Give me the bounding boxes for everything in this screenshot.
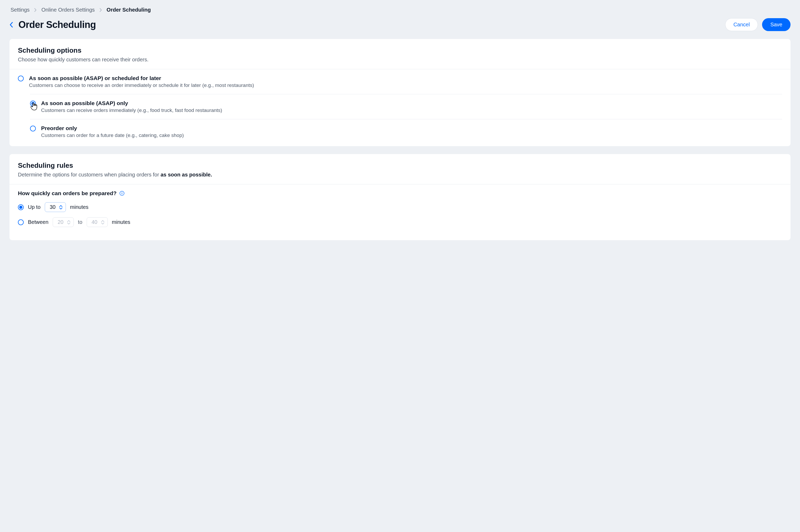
radio-button[interactable]: [18, 76, 24, 81]
scheduling-options-subtitle: Choose how quickly customers can receive…: [18, 57, 782, 63]
prep-option-upto[interactable]: Up to 30 minutes: [18, 202, 782, 212]
option-desc: Customers can choose to receive an order…: [29, 82, 254, 88]
cancel-button[interactable]: Cancel: [725, 18, 758, 31]
prep-between-after-label: minutes: [112, 219, 130, 225]
option-desc: Customers can order for a future date (e…: [41, 132, 184, 138]
chevron-right-icon: [99, 8, 102, 12]
prep-between-to-input[interactable]: 40: [87, 217, 108, 227]
prep-time-question: How quickly can orders be prepared?: [18, 190, 117, 196]
scheduling-option-preorder-only[interactable]: Preorder only Customers can order for a …: [30, 119, 782, 144]
stepper-icon[interactable]: [59, 205, 62, 209]
radio-button[interactable]: [30, 101, 36, 107]
svg-point-1: [121, 192, 122, 192]
page-title: Order Scheduling: [18, 19, 96, 30]
option-title: As soon as possible (ASAP) only: [41, 100, 222, 107]
info-icon[interactable]: [119, 191, 125, 196]
scheduling-option-asap-or-later[interactable]: As soon as possible (ASAP) or scheduled …: [18, 69, 782, 94]
radio-button[interactable]: [18, 204, 24, 210]
svg-rect-2: [122, 193, 122, 195]
stepper-icon[interactable]: [101, 220, 104, 224]
radio-button[interactable]: [18, 220, 24, 225]
breadcrumb: Settings Online Orders Settings Order Sc…: [9, 7, 791, 13]
prep-upto-before-label: Up to: [28, 204, 41, 210]
scheduling-rules-card: Scheduling rules Determine the options f…: [9, 154, 791, 240]
input-value: 20: [57, 219, 64, 225]
prep-between-before-label: Between: [28, 219, 49, 225]
chevron-right-icon: [34, 8, 37, 12]
option-desc: Customers can receive orders immediately…: [41, 108, 222, 113]
radio-button[interactable]: [30, 126, 36, 131]
input-value: 40: [91, 219, 98, 225]
option-title: Preorder only: [41, 125, 184, 131]
save-button[interactable]: Save: [762, 18, 791, 31]
scheduling-option-asap-only[interactable]: As soon as possible (ASAP) only Customer…: [30, 94, 782, 119]
breadcrumb-online-orders-settings[interactable]: Online Orders Settings: [41, 7, 95, 13]
breadcrumb-current: Order Scheduling: [107, 7, 151, 13]
back-icon[interactable]: [9, 22, 13, 28]
option-title: As soon as possible (ASAP) or scheduled …: [29, 75, 254, 81]
input-value: 30: [49, 204, 57, 210]
scheduling-options-title: Scheduling options: [18, 46, 782, 55]
prep-upto-minutes-input[interactable]: 30: [45, 202, 66, 212]
rules-subtitle-prefix: Determine the options for customers when…: [18, 172, 160, 177]
breadcrumb-settings[interactable]: Settings: [11, 7, 30, 13]
rules-subtitle-strong: as soon as possible.: [160, 172, 212, 177]
page-header: Order Scheduling Cancel Save: [9, 18, 791, 31]
scheduling-rules-title: Scheduling rules: [18, 162, 782, 170]
prep-between-to-label: to: [78, 219, 82, 225]
scheduling-options-card: Scheduling options Choose how quickly cu…: [9, 39, 791, 146]
prep-option-between[interactable]: Between 20 to 40 minutes: [18, 217, 782, 227]
prep-between-from-input[interactable]: 20: [53, 217, 74, 227]
scheduling-rules-subtitle: Determine the options for customers when…: [18, 172, 782, 178]
stepper-icon[interactable]: [67, 220, 70, 224]
prep-upto-after-label: minutes: [70, 204, 89, 210]
